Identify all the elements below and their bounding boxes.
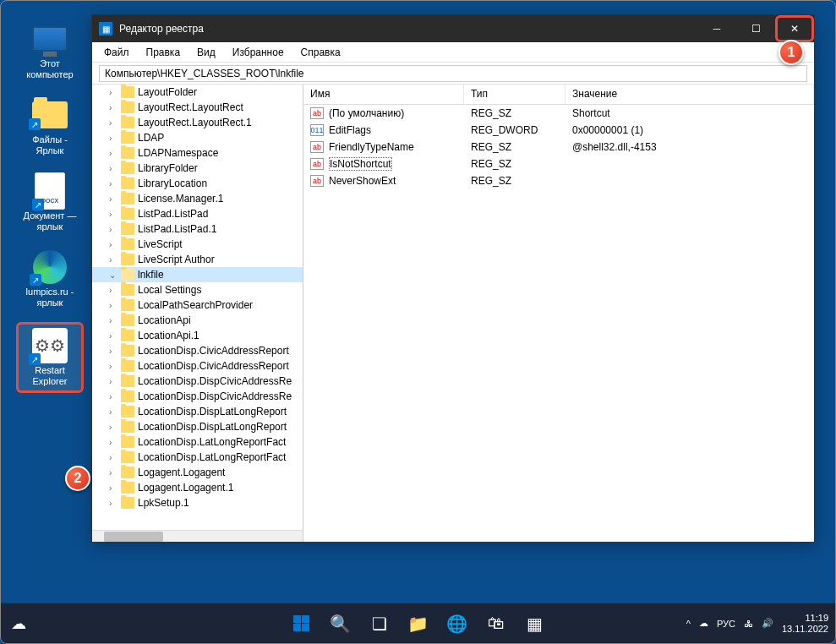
tree-item[interactable]: ›LayoutRect.LayoutRect (92, 100, 303, 115)
tree-item[interactable]: ›LocationApi (92, 313, 303, 328)
tree-item[interactable]: ›LocationDisp.CivicAddressReport (92, 343, 303, 358)
menu-edit[interactable]: Правка (138, 45, 189, 60)
expander-icon[interactable]: › (109, 362, 121, 371)
tray-chevron-icon[interactable]: ^ (686, 619, 691, 629)
expander-icon[interactable]: › (109, 88, 121, 97)
desktop-icon-this-pc[interactable]: Этот компьютер (16, 18, 84, 84)
clock[interactable]: 11:19 13.11.2022 (782, 613, 828, 635)
tree-item[interactable]: ›LocationDisp.DispCivicAddressRe (92, 389, 303, 404)
tree-item[interactable]: ›LibraryLocation (92, 176, 303, 191)
onedrive-icon[interactable]: ☁ (699, 618, 708, 629)
expander-icon[interactable]: › (109, 301, 121, 310)
tree-item[interactable]: ›LocationDisp.LatLongReportFact (92, 450, 303, 465)
tree-item[interactable]: ›LocationDisp.DispCivicAddressRe (92, 374, 303, 389)
tree-item[interactable]: ›Logagent.Logagent (92, 465, 303, 480)
tree-item[interactable]: ›License.Manager.1 (92, 191, 303, 206)
value-name: NeverShowExt (329, 175, 396, 187)
tree-item[interactable]: ›LocationDisp.DispLatLongReport (92, 419, 303, 434)
folder-icon (121, 117, 134, 128)
expander-icon[interactable]: › (109, 164, 121, 173)
tree-item[interactable]: ›Logagent.Logagent.1 (92, 480, 303, 495)
tree-item[interactable]: ›LocationDisp.CivicAddressReport (92, 358, 303, 374)
start-button[interactable] (285, 607, 319, 641)
menu-favorites[interactable]: Избранное (224, 45, 292, 60)
expander-icon[interactable]: › (109, 179, 121, 188)
tree-item[interactable]: ›LibraryFolder (92, 161, 303, 176)
value-row[interactable]: 011EditFlagsREG_DWORD0x00000001 (1) (303, 122, 814, 139)
desktop-icon-restart-explorer[interactable]: ⚙⚙↗ Restart Explorer (16, 322, 84, 393)
weather-widget[interactable]: ☁ (11, 614, 26, 633)
tree-item[interactable]: ›ListPad.ListPad (92, 206, 303, 221)
expander-icon[interactable]: › (109, 255, 121, 265)
tree-item[interactable]: ›LiveScript (92, 237, 303, 252)
expander-icon[interactable]: › (109, 423, 121, 432)
expander-icon[interactable]: › (109, 286, 121, 295)
value-name: FriendlyTypeName (329, 141, 414, 153)
column-value[interactable]: Значение (566, 85, 814, 104)
values-panel[interactable]: Имя Тип Значение ab(По умолчанию)REG_SZS… (303, 85, 814, 542)
regedit-taskbar-button[interactable]: ▦ (518, 607, 552, 641)
tree-item[interactable]: ›LiveScript Author (92, 252, 303, 267)
tree-item[interactable]: ›LDAP (92, 130, 303, 145)
tree-item[interactable]: ›LocalPathSearchProvider (92, 297, 303, 313)
desktop-icon-document-shortcut[interactable]: ↗ Документ — ярлык (16, 170, 84, 236)
expander-icon[interactable]: › (109, 347, 121, 356)
value-row[interactable]: ab(По умолчанию)REG_SZShortcut (303, 105, 814, 122)
menu-view[interactable]: Вид (189, 45, 224, 60)
search-button[interactable]: 🔍 (324, 607, 358, 641)
expander-icon[interactable]: › (109, 149, 121, 158)
expander-icon[interactable]: › (109, 316, 121, 325)
store-button[interactable]: 🛍 (479, 607, 513, 641)
column-name[interactable]: Имя (303, 85, 464, 104)
menu-file[interactable]: Файл (96, 45, 138, 60)
expander-icon[interactable]: › (109, 438, 121, 447)
expander-icon[interactable]: › (109, 331, 121, 341)
expander-icon[interactable]: › (109, 483, 121, 493)
expander-icon[interactable]: › (109, 210, 121, 219)
close-button[interactable]: ✕ (775, 15, 814, 42)
edge-button[interactable]: 🌐 (440, 607, 474, 641)
expander-icon[interactable]: ⌄ (109, 270, 121, 280)
value-row[interactable]: abIsNotShortcutREG_SZ (303, 156, 814, 172)
titlebar[interactable]: ▦ Редактор реестра ─ ☐ ✕ (92, 15, 814, 42)
expander-icon[interactable]: › (109, 134, 121, 143)
tree-panel[interactable]: ›LayoutFolder›LayoutRect.LayoutRect›Layo… (92, 85, 303, 542)
value-row[interactable]: abFriendlyTypeNameREG_SZ@shell32.dll,-41… (303, 139, 814, 156)
menu-help[interactable]: Справка (292, 45, 349, 60)
tree-item[interactable]: ›LpkSetup.1 (92, 495, 303, 510)
expander-icon[interactable]: › (109, 103, 121, 112)
address-input[interactable] (99, 65, 807, 82)
tree-item[interactable]: ›LayoutFolder (92, 85, 303, 100)
desktop-icon-files-shortcut[interactable]: ↗ Файлы - Ярлык (16, 94, 84, 160)
tree-item[interactable]: ›ListPad.ListPad.1 (92, 221, 303, 237)
tree-item[interactable]: ›LayoutRect.LayoutRect.1 (92, 115, 303, 130)
network-icon[interactable]: 🖧 (744, 619, 753, 629)
minimize-button[interactable]: ─ (697, 15, 736, 42)
tree-item[interactable]: ›LocationApi.1 (92, 328, 303, 343)
tree-item[interactable]: ›LDAPNamespace (92, 145, 303, 161)
tree-item[interactable]: ⌄lnkfile (92, 267, 303, 282)
maximize-button[interactable]: ☐ (736, 15, 775, 42)
expander-icon[interactable]: › (109, 453, 121, 462)
tree-item[interactable]: ›LocationDisp.DispLatLongReport (92, 404, 303, 419)
expander-icon[interactable]: › (109, 499, 121, 508)
tree-item[interactable]: ›LocationDisp.LatLongReportFact (92, 434, 303, 450)
expander-icon[interactable]: › (109, 468, 121, 478)
expander-icon[interactable]: › (109, 240, 121, 249)
scrollbar-thumb[interactable] (104, 532, 163, 542)
expander-icon[interactable]: › (109, 194, 121, 204)
desktop-icon-lumpics-shortcut[interactable]: ↗ lumpics.ru - ярлык (16, 246, 84, 312)
expander-icon[interactable]: › (109, 225, 121, 234)
expander-icon[interactable]: › (109, 407, 121, 417)
language-indicator[interactable]: РУС (717, 619, 735, 629)
task-view-button[interactable]: ❏ (363, 607, 396, 641)
tree-item[interactable]: ›Local Settings (92, 282, 303, 297)
value-row[interactable]: abNeverShowExtREG_SZ (303, 172, 814, 189)
column-type[interactable]: Тип (464, 85, 566, 104)
volume-icon[interactable]: 🔊 (762, 618, 773, 629)
horizontal-scrollbar[interactable] (92, 530, 303, 542)
expander-icon[interactable]: › (109, 392, 121, 401)
expander-icon[interactable]: › (109, 377, 121, 386)
expander-icon[interactable]: › (109, 118, 121, 128)
explorer-button[interactable]: 📁 (402, 607, 435, 641)
